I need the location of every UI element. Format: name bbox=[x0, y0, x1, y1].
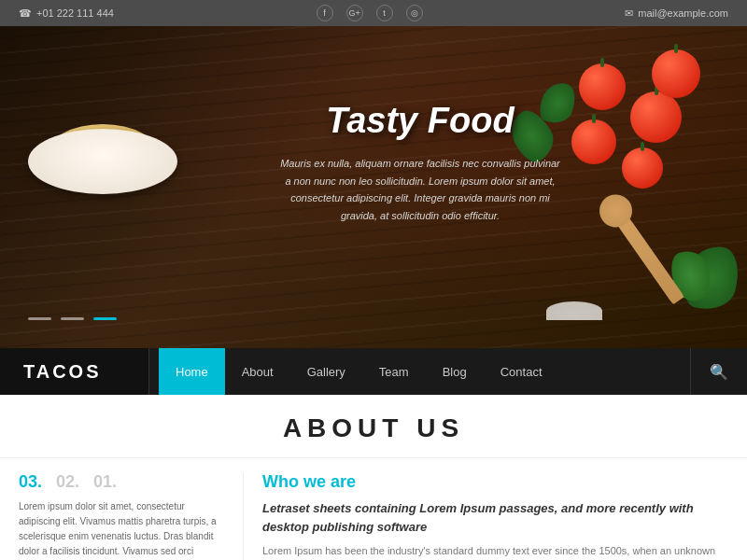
nav-team[interactable]: Team bbox=[362, 348, 426, 395]
tomato-4 bbox=[652, 49, 700, 98]
about-num-3: 03. bbox=[19, 472, 42, 492]
about-content: 03. 02. 01. Lorem ipsum dolor sit amet, … bbox=[0, 458, 747, 560]
about-left-text: Lorem ipsum dolor sit amet, consectetur … bbox=[19, 499, 224, 560]
nav-contact[interactable]: Contact bbox=[484, 348, 559, 395]
nav-gallery[interactable]: Gallery bbox=[290, 348, 362, 395]
salt-pile bbox=[546, 301, 602, 320]
tomato-2 bbox=[579, 63, 626, 110]
about-left: 03. 02. 01. Lorem ipsum dolor sit amet, … bbox=[19, 472, 224, 560]
instagram-icon[interactable]: ◎ bbox=[406, 5, 423, 21]
food-plate bbox=[28, 101, 177, 194]
hero-subtitle: Mauris ex nulla, aliquam ornare facilisi… bbox=[280, 155, 560, 225]
slider-dot-2[interactable] bbox=[61, 317, 84, 320]
about-header: ABOUT US bbox=[0, 395, 747, 458]
slider-dot-1[interactable] bbox=[28, 317, 51, 320]
phone-icon: ☎ bbox=[19, 7, 32, 20]
phone-number: +01 222 111 444 bbox=[36, 7, 114, 19]
basil-group-right bbox=[672, 227, 747, 320]
about-num-1: 01. bbox=[93, 472, 117, 492]
email-icon: ✉ bbox=[625, 7, 633, 20]
nav-brand: TACOS bbox=[0, 348, 149, 395]
slider-dot-3[interactable] bbox=[93, 317, 117, 320]
about-num-2: 02. bbox=[56, 472, 79, 492]
nav-home[interactable]: Home bbox=[159, 348, 225, 395]
search-icon: 🔍 bbox=[710, 363, 728, 381]
slider-dots bbox=[28, 317, 117, 320]
search-button[interactable]: 🔍 bbox=[690, 348, 747, 395]
who-we-are-heading: Who we are bbox=[262, 472, 728, 492]
hero-section: Tasty Food Mauris ex nulla, aliquam orna… bbox=[0, 26, 747, 348]
nav-blog[interactable]: Blog bbox=[426, 348, 484, 395]
about-title: ABOUT US bbox=[0, 413, 747, 443]
twitter-icon[interactable]: t bbox=[376, 5, 393, 21]
google-plus-icon[interactable]: G+ bbox=[346, 5, 363, 21]
phone-section: ☎ +01 222 111 444 bbox=[19, 7, 114, 20]
tomato-1 bbox=[630, 91, 682, 143]
who-lead-text: Letraset sheets containing Lorem Ipsum p… bbox=[262, 499, 728, 536]
email-address: mail@example.com bbox=[638, 7, 728, 19]
facebook-icon[interactable]: f bbox=[317, 5, 333, 21]
who-body-text: Lorem Ipsum has been the industry's stan… bbox=[262, 543, 728, 560]
tomato-5 bbox=[622, 147, 663, 189]
about-section: ABOUT US 03. 02. 01. Lorem ipsum dolor s… bbox=[0, 395, 747, 560]
hero-content: Tasty Food Mauris ex nulla, aliquam orna… bbox=[280, 101, 560, 225]
email-section: ✉ mail@example.com bbox=[625, 7, 728, 20]
nav-about[interactable]: About bbox=[225, 348, 290, 395]
plate bbox=[28, 129, 177, 194]
about-right: Who we are Letraset sheets containing Lo… bbox=[243, 472, 728, 560]
nav-links: Home About Gallery Team Blog Contact bbox=[149, 348, 690, 395]
navbar: TACOS Home About Gallery Team Blog Conta… bbox=[0, 348, 747, 395]
tomato-3 bbox=[571, 119, 616, 164]
social-links: f G+ t ◎ bbox=[317, 5, 423, 21]
top-bar: ☎ +01 222 111 444 f G+ t ◎ ✉ mail@exampl… bbox=[0, 0, 747, 26]
about-numbers: 03. 02. 01. bbox=[19, 472, 224, 492]
hero-title: Tasty Food bbox=[280, 101, 560, 141]
